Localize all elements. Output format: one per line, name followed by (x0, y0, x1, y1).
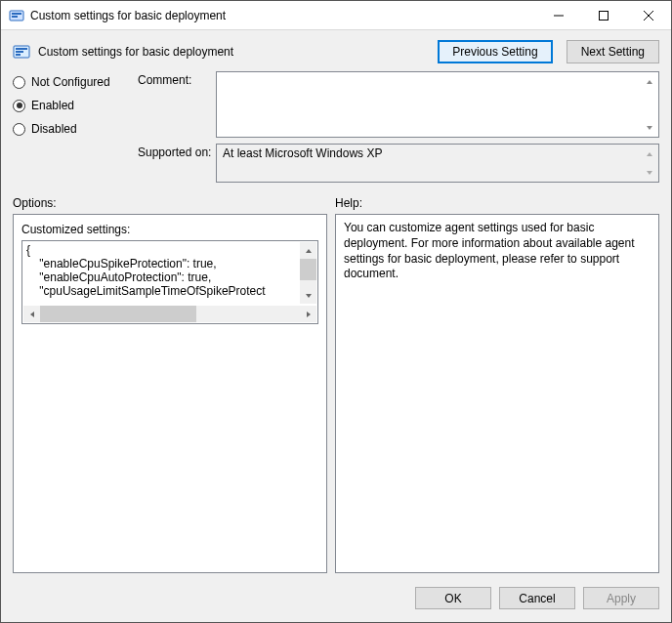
policy-icon (13, 43, 30, 61)
minimize-button[interactable] (536, 1, 581, 29)
options-pane: Customized settings: { "enableCpuSpikePr… (13, 214, 327, 573)
scroll-left-icon (23, 306, 40, 322)
comment-label: Comment: (138, 71, 216, 87)
comment-value (217, 72, 658, 76)
scroll-right-icon (300, 306, 316, 322)
options-section-label: Options: (13, 196, 335, 210)
svg-rect-6 (16, 51, 23, 53)
help-text: You can customize agent settings used fo… (344, 221, 651, 282)
radio-disabled[interactable]: Disabled (13, 122, 128, 136)
radio-not-configured[interactable]: Not Configured (13, 75, 128, 89)
title-bar: Custom settings for basic deployment (1, 1, 671, 30)
radio-icon (13, 123, 25, 136)
scroll-up-icon (641, 145, 657, 162)
help-section-label: Help: (335, 196, 362, 210)
customized-settings-value: { "enableCpuSpikeProtection": true, "ena… (26, 243, 298, 304)
cancel-button[interactable]: Cancel (499, 587, 575, 609)
help-pane: You can customize agent settings used fo… (335, 214, 659, 573)
customized-settings-textbox[interactable]: { "enableCpuSpikeProtection": true, "ena… (21, 240, 318, 324)
window-title: Custom settings for basic deployment (30, 9, 536, 22)
horizontal-scrollbar[interactable] (23, 306, 316, 322)
window-controls (536, 1, 671, 29)
app-icon (9, 8, 24, 23)
maximize-button[interactable] (581, 1, 626, 29)
apply-button[interactable]: Apply (583, 587, 659, 609)
vertical-scrollbar[interactable] (300, 242, 316, 304)
policy-title: Custom settings for basic deployment (38, 45, 430, 59)
scroll-up-icon (300, 242, 316, 259)
close-button[interactable] (626, 1, 671, 29)
dialog-footer: OK Cancel Apply (1, 579, 671, 622)
radio-label: Not Configured (31, 75, 110, 89)
radio-label: Disabled (31, 122, 77, 136)
header-row: Custom settings for basic deployment Pre… (1, 30, 671, 63)
scrollbar-thumb[interactable] (40, 306, 196, 322)
supported-on-field: At least Microsoft Windows XP (216, 144, 659, 183)
radio-icon (13, 100, 25, 112)
svg-rect-2 (12, 16, 18, 18)
ok-button[interactable]: OK (415, 587, 491, 609)
supported-on-value: At least Microsoft Windows XP (217, 145, 658, 162)
scroll-up-icon (641, 73, 657, 90)
radio-enabled[interactable]: Enabled (13, 99, 128, 112)
svg-rect-5 (16, 48, 27, 50)
radio-icon (13, 76, 25, 89)
svg-rect-3 (600, 11, 609, 20)
next-setting-button[interactable]: Next Setting (567, 40, 659, 63)
comment-textarea[interactable] (216, 71, 659, 138)
supported-scrollbar (641, 145, 657, 181)
svg-rect-7 (16, 54, 21, 56)
state-radio-group: Not Configured Enabled Disabled (13, 71, 128, 183)
scrollbar-thumb[interactable] (300, 259, 316, 280)
radio-label: Enabled (31, 99, 74, 112)
scroll-down-icon (641, 119, 657, 136)
previous-setting-button[interactable]: Previous Setting (438, 40, 552, 63)
svg-rect-1 (12, 13, 21, 15)
customized-settings-label: Customized settings: (21, 223, 318, 236)
scroll-down-icon (300, 287, 316, 304)
comment-scrollbar[interactable] (641, 73, 657, 136)
scroll-down-icon (641, 164, 657, 181)
supported-on-label: Supported on: (138, 144, 216, 159)
